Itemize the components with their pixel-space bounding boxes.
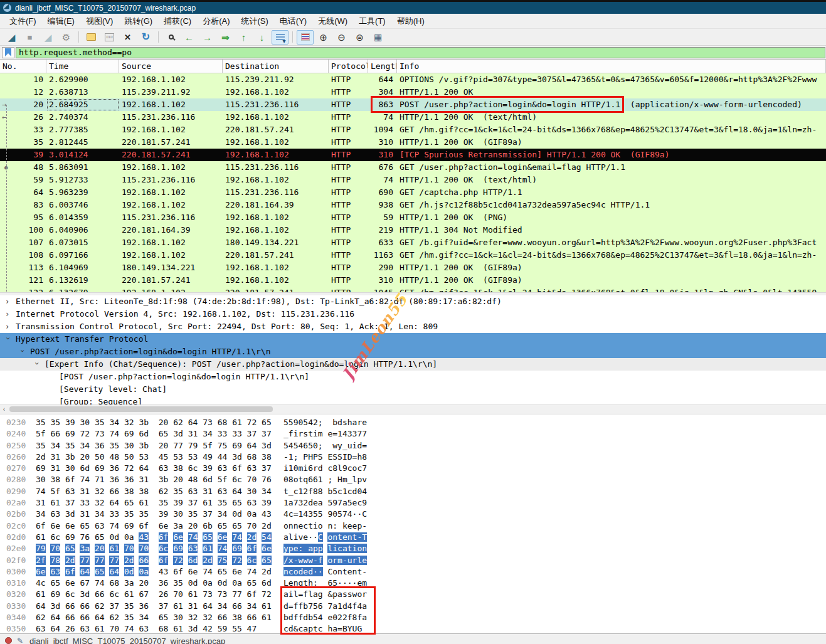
hex-row[interactable]: 02602d 31 3b 20 50 48 50 53 45 53 53 49 … — [0, 451, 826, 463]
packet-dst: 115.231.236.116 — [223, 186, 329, 199]
expander-icon[interactable]: › — [5, 320, 11, 333]
packet-row[interactable]: 1216.132619220.181.57.241192.168.1.102HT… — [0, 274, 826, 287]
go-to-top-button[interactable] — [235, 30, 252, 45]
column-header-time[interactable]: Time — [46, 60, 119, 73]
go-to-bottom-button[interactable] — [253, 30, 270, 45]
packet-row[interactable]: 645.963239192.168.1.102115.231.236.116HT… — [0, 186, 826, 199]
packet-no: 59 — [0, 174, 46, 186]
packet-row[interactable]: ●485.863091192.168.1.102115.231.236.116H… — [0, 161, 826, 174]
packet-row[interactable]: 1136.104969180.149.134.221192.168.1.102H… — [0, 261, 826, 274]
column-header-info[interactable]: Info — [397, 60, 826, 73]
column-header-destination[interactable]: Destination — [223, 60, 329, 73]
column-header-length[interactable]: Length — [368, 60, 397, 73]
menu-item[interactable]: 捕获(C) — [158, 14, 197, 29]
restart-capture-button[interactable] — [40, 30, 56, 45]
expander-icon[interactable]: › — [16, 349, 29, 355]
hex-row[interactable]: 027069 31 30 6d 69 36 72 64 63 38 6c 39 … — [0, 463, 826, 474]
column-header-protocol[interactable]: Protocol — [329, 60, 368, 73]
detail-row[interactable]: ›Internet Protocol Version 4, Src: 192.1… — [0, 308, 826, 320]
menu-item[interactable]: 工具(T) — [353, 14, 391, 29]
hex-row[interactable]: 02a031 61 37 33 32 64 65 61 35 39 37 61 … — [0, 497, 826, 509]
expert-info-icon[interactable] — [5, 637, 12, 644]
packet-row[interactable]: 393.014124220.181.57.241192.168.1.102HTT… — [0, 149, 826, 161]
packet-row[interactable]: 956.014359115.231.236.116192.168.1.102HT… — [0, 211, 826, 224]
packet-row[interactable]: 352.812445220.181.57.241192.168.1.102HTT… — [0, 136, 826, 149]
detail-row[interactable]: [Severity level: Chat] — [0, 383, 826, 396]
packet-row[interactable]: →202.684925192.168.1.102115.231.236.116H… — [0, 98, 826, 111]
stop-capture-button[interactable] — [21, 30, 38, 45]
hex-row[interactable]: 034062 64 66 66 64 62 35 34 65 30 32 32 … — [0, 612, 826, 623]
packet-row[interactable]: ←262.740374115.231.236.116192.168.1.102H… — [0, 111, 826, 124]
menu-item[interactable]: 跳转(G) — [119, 14, 158, 29]
zoom-in-button[interactable] — [315, 30, 332, 45]
menu-item[interactable]: 统计(S) — [235, 14, 273, 29]
hex-row[interactable]: 033064 3d 66 66 62 37 35 36 37 61 31 64 … — [0, 601, 826, 612]
detail-row[interactable]: ›Ethernet II, Src: LiteonTe_8d:1f:98 (74… — [0, 295, 826, 308]
scrollbar-thumb[interactable] — [9, 406, 273, 412]
hex-row[interactable]: 028030 38 6f 74 71 36 36 31 3b 20 48 6d … — [0, 474, 826, 485]
menu-item[interactable]: 无线(W) — [312, 14, 353, 29]
packet-row[interactable]: 1086.097166192.168.1.102220.181.57.241HT… — [0, 249, 826, 261]
detail-row[interactable]: ›[Expert Info (Chat/Sequence): POST /use… — [0, 358, 826, 371]
menu-item[interactable]: 帮助(H) — [391, 14, 430, 29]
packet-row[interactable]: 102.629900192.168.1.102115.239.211.92HTT… — [0, 73, 826, 86]
open-file-button[interactable] — [83, 30, 100, 45]
packet-dst: 192.168.1.102 — [223, 111, 329, 124]
expander-icon[interactable]: › — [31, 361, 43, 367]
go-back-button[interactable] — [181, 30, 198, 45]
capture-options-button[interactable] — [58, 30, 75, 45]
display-filter-input[interactable] — [16, 47, 825, 58]
hex-row[interactable]: 035063 64 26 63 61 70 74 63 68 61 3d 42 … — [0, 623, 826, 633]
hex-row[interactable]: 029074 5f 63 31 32 66 38 38 62 35 63 31 … — [0, 486, 826, 497]
detail-row[interactable]: ›Transmission Control Protocol, Src Port… — [0, 320, 826, 333]
go-forward-button[interactable] — [199, 30, 216, 45]
auto-scroll-button[interactable] — [272, 30, 289, 45]
detail-row[interactable]: [Group: Sequence] — [0, 396, 826, 404]
hex-row[interactable]: 023035 35 39 30 35 34 32 3b 20 62 64 73 … — [0, 417, 826, 428]
edit-comment-icon[interactable]: ✎ — [17, 636, 23, 644]
column-header-no[interactable]: No. — [0, 60, 46, 73]
zoom-reset-button[interactable] — [351, 30, 368, 45]
expander-icon[interactable]: › — [5, 308, 11, 320]
expander-icon[interactable]: › — [2, 336, 14, 342]
hex-row[interactable]: 03104c 65 6e 67 74 68 3a 20 36 35 0d 0a … — [0, 578, 826, 589]
filter-bookmark-button[interactable] — [2, 47, 14, 58]
save-file-button[interactable] — [101, 30, 118, 45]
hex-row[interactable]: 02e079 70 65 3a 20 61 70 70 6c 69 63 61 … — [0, 543, 826, 554]
hex-row[interactable]: 02d061 6c 69 76 65 0d 0a 43 6f 6e 74 65 … — [0, 532, 826, 543]
menu-item[interactable]: 分析(A) — [197, 14, 235, 29]
column-header-source[interactable]: Source — [119, 60, 223, 73]
go-to-packet-button[interactable] — [217, 30, 234, 45]
packet-row[interactable]: 595.912733115.231.236.116192.168.1.102HT… — [0, 174, 826, 186]
packet-row[interactable]: 1006.040906220.181.164.39192.168.1.102HT… — [0, 224, 826, 236]
packet-row[interactable]: 332.777385192.168.1.102220.181.57.241HTT… — [0, 124, 826, 136]
hex-row[interactable]: 025035 34 35 34 36 35 30 3b 20 77 79 5f … — [0, 440, 826, 451]
hex-row[interactable]: 02f02f 78 2d 77 77 77 2d 66 6f 72 6d 2d … — [0, 555, 826, 566]
hex-row[interactable]: 03006e 63 6f 64 65 64 0d 0a 43 6f 6e 74 … — [0, 566, 826, 578]
start-capture-button[interactable] — [3, 30, 20, 45]
find-packet-button[interactable] — [162, 30, 179, 45]
menu-item[interactable]: 电话(Y) — [274, 14, 312, 29]
packet-row[interactable]: 1226.132679192.168.1.102220.181.57.241HT… — [0, 287, 826, 292]
menu-item[interactable]: 编辑(E) — [42, 14, 80, 29]
hex-row[interactable]: 02c06f 6e 6e 65 63 74 69 6f 6e 3a 20 6b … — [0, 520, 826, 532]
hex-row[interactable]: 02405f 66 69 72 73 74 69 6d 65 3d 31 34 … — [0, 428, 826, 440]
hex-row[interactable]: 02b034 63 3d 31 34 33 35 35 39 30 35 37 … — [0, 509, 826, 520]
zoom-out-button[interactable] — [333, 30, 350, 45]
packet-row[interactable]: 122.638713115.239.211.92192.168.1.102HTT… — [0, 86, 826, 98]
details-horizontal-scrollbar[interactable]: ‹ — [0, 404, 826, 413]
packet-row[interactable]: 1076.073015192.168.1.102180.149.134.221H… — [0, 236, 826, 249]
detail-row[interactable]: [POST /user.php?action=login&do=login HT… — [0, 371, 826, 383]
hex-row[interactable]: 032061 69 6c 3d 66 6c 61 67 26 70 61 73 … — [0, 589, 826, 600]
close-file-button[interactable] — [119, 30, 136, 45]
colorize-packets-button[interactable] — [297, 30, 314, 45]
detail-row[interactable]: ›Hypertext Transfer Protocol — [0, 333, 826, 346]
packet-row[interactable]: 836.003746192.168.1.102220.181.164.39HTT… — [0, 199, 826, 211]
menu-item[interactable]: 文件(F) — [4, 14, 42, 29]
scroll-left-arrow-icon[interactable]: ‹ — [0, 405, 8, 413]
menu-item[interactable]: 视图(V) — [80, 14, 119, 29]
reload-file-button[interactable] — [137, 30, 154, 45]
resize-columns-button[interactable] — [369, 30, 386, 45]
expander-icon[interactable]: › — [5, 295, 11, 308]
detail-row[interactable]: ›POST /user.php?action=login&do=login HT… — [0, 346, 826, 358]
